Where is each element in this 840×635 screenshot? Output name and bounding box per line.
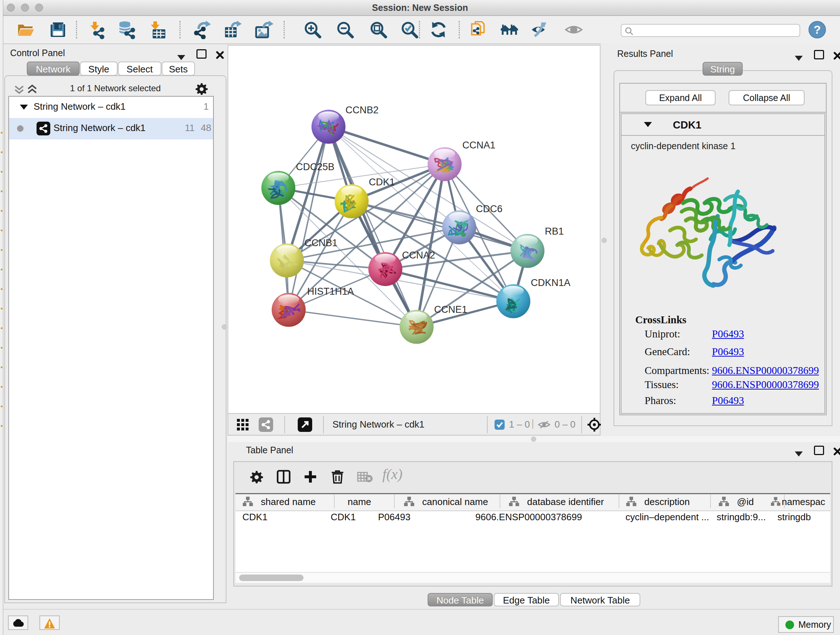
svg-text:CCNE1: CCNE1 bbox=[434, 304, 467, 315]
svg-text:CDC25B: CDC25B bbox=[296, 162, 335, 172]
svg-text:CCNA1: CCNA1 bbox=[462, 140, 496, 150]
svg-text:CCNA2: CCNA2 bbox=[402, 250, 435, 261]
svg-text:CCNB2: CCNB2 bbox=[346, 105, 379, 116]
svg-text:CDKN1A: CDKN1A bbox=[531, 277, 570, 288]
svg-text:RB1: RB1 bbox=[545, 226, 564, 237]
svg-text:CDK1: CDK1 bbox=[369, 177, 395, 187]
svg-text:HIST1H1A: HIST1H1A bbox=[307, 286, 354, 297]
svg-text:?: ? bbox=[813, 23, 821, 36]
svg-text:CDC6: CDC6 bbox=[476, 203, 502, 214]
svg-text:CCNB1: CCNB1 bbox=[304, 238, 338, 249]
